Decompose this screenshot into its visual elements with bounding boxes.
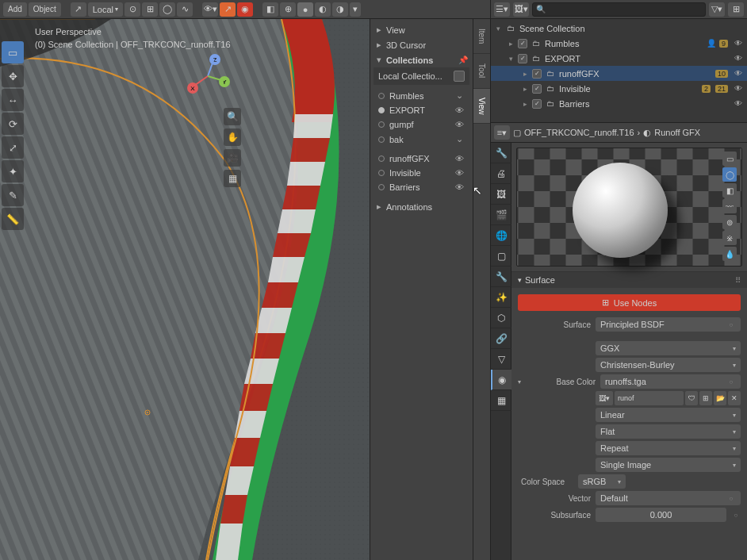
snap-toggle-icon[interactable]: ⊙ — [125, 2, 140, 17]
preview-shaderball-icon[interactable]: ⊚ — [722, 215, 737, 229]
outliner-checkbox[interactable]: ✓ — [518, 54, 527, 63]
eye-icon[interactable]: 👁 — [733, 39, 744, 48]
outliner-row[interactable]: ▾ ✓ 🗀 EXPORT 👁 — [491, 51, 747, 66]
outliner-tree[interactable]: ▾ 🗀 Scene Collection ▸ ✓ 🗀 Rumbles 👤 9 👁… — [491, 19, 747, 122]
outliner-new-collection-icon[interactable]: ⊞ — [728, 2, 744, 17]
eye-icon[interactable]: 👁 — [733, 99, 744, 108]
outliner-checkbox[interactable]: ✓ — [518, 39, 527, 48]
overlay-toggle-icon[interactable]: ◉ — [237, 2, 253, 17]
base-color-texture-dropdown[interactable]: runoffs.tga○ — [600, 374, 741, 389]
vector-dropdown[interactable]: Default○ — [596, 491, 741, 505]
pan-icon[interactable]: ✋ — [224, 128, 241, 146]
disclosure-icon[interactable]: ▾ — [507, 55, 515, 63]
preview-fluid-icon[interactable]: 💧 — [722, 247, 737, 261]
collection-row[interactable]: Rumbles⌄ — [374, 88, 469, 103]
collection-dot-icon[interactable] — [378, 136, 385, 143]
outliner-display-mode-icon[interactable]: ☰▾ — [494, 2, 510, 17]
outliner-view-icon[interactable]: 🖼▾ — [513, 2, 529, 17]
collection-visibility-icon[interactable]: ⌄ — [454, 134, 465, 144]
outliner-filter-icon[interactable]: ▽▾ — [709, 2, 725, 17]
proportional-falloff-icon[interactable]: ∿ — [177, 2, 193, 17]
source-dropdown[interactable]: Single Image▾ — [596, 458, 741, 472]
disclosure-icon[interactable]: ▸ — [521, 85, 529, 93]
tab-render-icon[interactable]: 🔧 — [491, 143, 511, 163]
cursor-section-header[interactable]: ▸3D Cursor — [374, 37, 469, 52]
breadcrumb-material[interactable]: Runoff GFX — [654, 128, 700, 137]
surface-shader-dropdown[interactable]: Principled BSDF○ — [596, 317, 741, 332]
outliner-checkbox[interactable]: ✓ — [532, 69, 542, 79]
eye-icon[interactable]: 👁 — [454, 168, 465, 178]
collection-row[interactable]: EXPORT👁 — [374, 103, 469, 117]
outliner-row[interactable]: ▸ ✓ 🗀 Barriers 👁 — [491, 96, 747, 111]
pin-icon[interactable]: 📌 — [458, 56, 468, 64]
select-tool-icon[interactable]: ▭ — [2, 41, 24, 63]
tab-scene-icon[interactable]: 🎬 — [491, 205, 511, 225]
eye-icon[interactable]: 👁 — [454, 154, 465, 163]
breadcrumb-object[interactable]: OFF_TRKCONC_runoff.T16 — [524, 128, 634, 137]
preview-sphere-icon[interactable]: ◯ — [722, 167, 737, 182]
tab-output-icon[interactable]: 🖨 — [491, 163, 511, 184]
tab-item[interactable]: Item — [473, 19, 490, 54]
tab-data-icon[interactable]: ▽ — [491, 349, 511, 370]
tab-particles-icon[interactable]: ✨ — [491, 287, 511, 308]
distribution-dropdown[interactable]: GGX▾ — [596, 341, 741, 355]
fake-user-icon[interactable]: 🛡 — [685, 391, 698, 405]
use-nodes-button[interactable]: ⊞ Use Nodes — [518, 294, 741, 311]
disclosure-icon[interactable]: ▸ — [507, 40, 515, 48]
proportional-edit-icon[interactable]: ◯ — [159, 2, 175, 17]
outliner-checkbox[interactable]: ✓ — [532, 99, 542, 109]
shading-solid-icon[interactable]: ● — [297, 2, 313, 17]
scale-tool-icon[interactable]: ⤢ — [2, 136, 24, 159]
shading-matpreview-icon[interactable]: ◐ — [315, 2, 331, 17]
collection-dot-icon[interactable] — [378, 107, 385, 113]
subsurface-method-dropdown[interactable]: Christensen-Burley▾ — [596, 358, 741, 372]
projection-dropdown[interactable]: Flat▾ — [596, 424, 741, 439]
outliner-checkbox[interactable]: ✓ — [532, 84, 542, 94]
add-menu[interactable]: Add — [3, 2, 27, 17]
tab-constraints-icon[interactable]: 🔗 — [491, 328, 511, 349]
disclosure-icon[interactable]: ▸ — [521, 70, 529, 78]
collection-row[interactable]: Barriers👁 — [374, 180, 469, 194]
outliner-search-input[interactable]: 🔍 — [532, 2, 706, 17]
subsurface-value-field[interactable]: 0.000 — [596, 508, 726, 522]
eye-icon[interactable]: 👁 — [454, 182, 465, 192]
tab-material-icon[interactable]: ◉ — [491, 370, 511, 390]
cursor-tool-icon[interactable]: ✥ — [2, 65, 24, 87]
perspective-toggle-icon[interactable]: ▦ — [224, 170, 241, 187]
outliner-row[interactable]: ▸ ✓ 🗀 runoffGFX 10 👁 — [491, 66, 747, 81]
measure-tool-icon[interactable]: 📏 — [2, 208, 24, 230]
collection-dot-icon[interactable] — [378, 93, 385, 99]
view-section-header[interactable]: ▸View — [374, 22, 469, 37]
transform-tool-icon[interactable]: ✦ — [2, 160, 24, 182]
rotate-tool-icon[interactable]: ⟳ — [2, 113, 24, 135]
props-editor-icon[interactable]: ≡▾ — [494, 125, 510, 140]
xray-toggle-icon[interactable]: ◧ — [262, 2, 278, 17]
tab-physics-icon[interactable]: ⬡ — [491, 308, 511, 328]
visibility-dropdown-icon[interactable]: 👁▾ — [202, 2, 218, 17]
gizmo-toggle-icon[interactable]: ↗ — [220, 2, 236, 17]
tab-view[interactable]: View — [473, 89, 490, 124]
preview-cube-icon[interactable]: ◧ — [722, 183, 737, 198]
shading-rendered-icon[interactable]: ◑ — [332, 2, 348, 17]
move-tool-icon[interactable]: ↔ — [2, 89, 24, 111]
collection-row[interactable]: gumpf👁 — [374, 117, 469, 132]
outliner-row[interactable]: ▸ ✓ 🗀 Rumbles 👤 9 👁 — [491, 36, 747, 51]
open-image-icon[interactable]: 📂 — [714, 391, 726, 405]
preview-cloth-icon[interactable]: ※ — [722, 231, 737, 245]
image-name-field[interactable]: runof — [615, 391, 684, 405]
collection-dot-icon[interactable] — [378, 121, 385, 128]
eye-icon[interactable]: 👁 — [454, 105, 465, 115]
material-preview[interactable]: ▭ ◯ ◧ 〰 ⊚ ※ 💧 — [516, 148, 742, 267]
outliner-row[interactable]: ▾ 🗀 Scene Collection — [491, 21, 747, 36]
extension-dropdown[interactable]: Repeat▾ — [596, 441, 741, 455]
axis-gizmo[interactable]: Z Y X — [186, 54, 230, 98]
preview-flat-icon[interactable]: ▭ — [722, 152, 737, 166]
image-browse-icon[interactable]: 🖼▾ — [596, 391, 613, 405]
tab-world-icon[interactable]: 🌐 — [491, 225, 511, 246]
tab-object-icon[interactable]: ▢ — [491, 246, 511, 267]
new-image-icon[interactable]: ⊞ — [699, 391, 712, 405]
collection-dot-icon[interactable] — [378, 184, 385, 190]
disclosure-icon[interactable]: ▾ — [494, 25, 502, 33]
collection-row[interactable]: Invisible👁 — [374, 166, 469, 180]
tab-texture-icon[interactable]: ▦ — [491, 390, 511, 411]
